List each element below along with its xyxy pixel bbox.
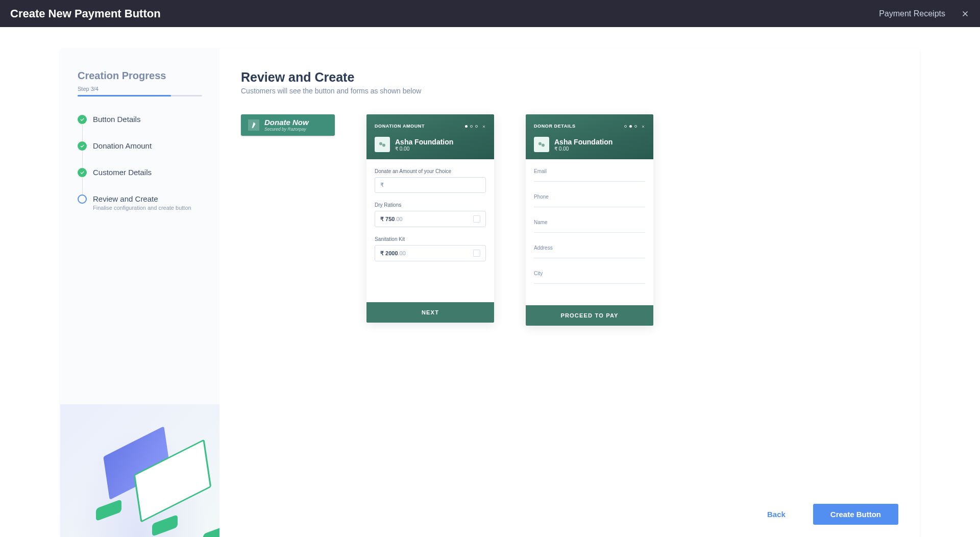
sidebar-illustration bbox=[60, 404, 219, 537]
svg-point-2 bbox=[538, 142, 542, 145]
check-icon bbox=[78, 168, 87, 177]
step-label: Customer Details bbox=[93, 168, 152, 177]
card-header-title: DONOR DETAILS bbox=[534, 124, 624, 129]
amount-dec: .00 bbox=[395, 216, 402, 222]
step-dots bbox=[465, 125, 478, 128]
step-donation-amount: Donation Amount bbox=[78, 141, 202, 151]
sanitation-kit-option: ₹ 2000.00 bbox=[375, 245, 486, 261]
brand-amount: ₹ 0.00 bbox=[395, 146, 453, 152]
close-icon[interactable] bbox=[961, 9, 970, 18]
custom-amount-label: Donate an Amount of your Choice bbox=[375, 168, 486, 174]
brand-amount: ₹ 0.00 bbox=[554, 146, 612, 152]
payment-receipts-link[interactable]: Payment Receipts bbox=[879, 9, 945, 18]
amount-main: ₹ 2000 bbox=[380, 250, 398, 256]
donor-details-preview-card: DONOR DETAILS bbox=[526, 114, 653, 326]
donate-now-button-preview: Donate Now Secured by Razorpay bbox=[241, 114, 335, 136]
razorpay-icon bbox=[248, 119, 259, 131]
step-sublabel: Finalise configuration and create button bbox=[93, 205, 191, 211]
svg-point-0 bbox=[379, 142, 382, 145]
brand-name: Asha Foundation bbox=[554, 138, 612, 146]
check-icon bbox=[78, 115, 87, 124]
address-label: Address bbox=[534, 245, 645, 251]
name-input-preview bbox=[534, 232, 645, 233]
back-button[interactable]: Back bbox=[750, 504, 803, 525]
donate-button-label: Donate Now bbox=[264, 118, 309, 126]
email-label: Email bbox=[534, 168, 645, 174]
step-review-create: Review and Create Finalise configuration… bbox=[78, 194, 202, 211]
amount-main: ₹ 750 bbox=[380, 216, 395, 222]
brand-logo bbox=[534, 137, 549, 152]
close-icon bbox=[482, 121, 486, 131]
svg-point-1 bbox=[382, 144, 385, 147]
proceed-to-pay-button-preview: PROCEED TO PAY bbox=[526, 305, 653, 326]
brand-logo bbox=[375, 137, 390, 152]
progress-bar bbox=[78, 95, 202, 96]
currency-symbol: ₹ bbox=[380, 182, 384, 188]
check-icon bbox=[78, 141, 87, 151]
city-label: City bbox=[534, 271, 645, 276]
step-label: Review and Create bbox=[93, 194, 191, 204]
close-icon bbox=[641, 121, 645, 131]
step-dots bbox=[624, 125, 637, 128]
email-input-preview bbox=[534, 181, 645, 182]
phone-label: Phone bbox=[534, 194, 645, 200]
checkbox-icon bbox=[473, 215, 480, 223]
card-header-title: DONATION AMOUNT bbox=[375, 124, 465, 129]
dry-rations-option: ₹ 750.00 bbox=[375, 211, 486, 227]
page-title: Review and Create bbox=[241, 70, 898, 85]
next-button-preview: NEXT bbox=[366, 302, 494, 323]
main-content: Review and Create Customers will see the… bbox=[219, 48, 920, 537]
city-input-preview bbox=[534, 283, 645, 284]
step-button-details: Button Details bbox=[78, 115, 202, 124]
step-label: Donation Amount bbox=[93, 141, 152, 151]
svg-point-3 bbox=[542, 144, 545, 147]
wizard-footer: Back Create Button bbox=[241, 492, 898, 537]
create-button[interactable]: Create Button bbox=[813, 504, 898, 525]
donation-amount-preview-card: DONATION AMOUNT bbox=[366, 114, 494, 323]
sidebar-title: Creation Progress bbox=[78, 70, 202, 82]
brand-name: Asha Foundation bbox=[395, 138, 453, 146]
address-input-preview bbox=[534, 258, 645, 258]
modal-header: Create New Payment Button Payment Receip… bbox=[0, 0, 980, 27]
step-customer-details: Customer Details bbox=[78, 168, 202, 177]
name-label: Name bbox=[534, 219, 645, 225]
modal-title: Create New Payment Button bbox=[10, 7, 879, 20]
donate-button-sublabel: Secured by Razorpay bbox=[264, 127, 309, 132]
current-step-icon bbox=[78, 194, 87, 204]
phone-input-preview bbox=[534, 207, 645, 207]
custom-amount-input: ₹ bbox=[375, 177, 486, 193]
creation-progress-sidebar: Creation Progress Step 3/4 Button Detail… bbox=[60, 48, 219, 537]
step-label: Button Details bbox=[93, 115, 140, 124]
page-subtitle: Customers will see the button and forms … bbox=[241, 87, 898, 95]
checkbox-icon bbox=[473, 250, 480, 257]
sanitation-kit-label: Sanitation Kit bbox=[375, 236, 486, 242]
amount-dec: .00 bbox=[398, 250, 406, 256]
step-counter: Step 3/4 bbox=[78, 86, 202, 92]
dry-rations-label: Dry Rations bbox=[375, 202, 486, 208]
